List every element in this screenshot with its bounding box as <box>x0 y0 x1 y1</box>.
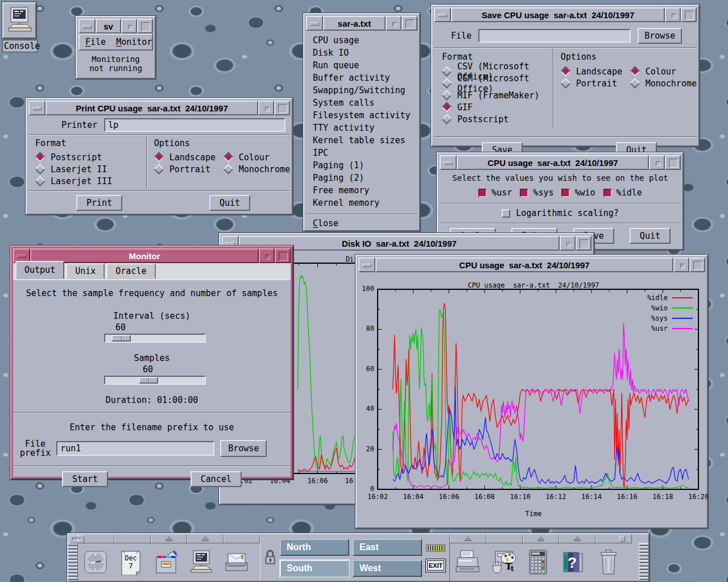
minimize-button[interactable] <box>665 7 681 22</box>
subpanel-tab-help[interactable] <box>559 534 595 543</box>
radio-option[interactable]: Portrait <box>561 77 628 89</box>
radio-option[interactable]: MIF (FrameMaker) <box>442 89 553 101</box>
radio-option[interactable]: Colour <box>630 65 697 77</box>
list-item[interactable]: Buffer activity <box>313 72 411 84</box>
value-checkbox[interactable]: %idle <box>603 188 642 198</box>
logarithmic-checkbox[interactable] <box>502 209 510 218</box>
style-manager-icon[interactable]: Tt <box>485 543 520 581</box>
window-menu-button[interactable] <box>306 16 323 31</box>
minimize-button[interactable] <box>673 257 689 272</box>
subpanel-tab-calculator[interactable] <box>523 534 559 543</box>
browse-button[interactable]: Browse <box>638 28 682 44</box>
workspace-button-north[interactable]: North <box>280 539 349 556</box>
list-item[interactable]: TTY activity <box>313 122 411 134</box>
minimize-button[interactable] <box>258 101 274 115</box>
subpanel-tab-printer[interactable] <box>450 534 486 543</box>
printer-input[interactable] <box>104 118 286 132</box>
print-button[interactable]: Print <box>76 195 122 211</box>
list-item[interactable]: Free memory <box>313 184 411 197</box>
list-item[interactable]: Swapping/Switching <box>313 84 411 97</box>
subpanel-tab-terminal[interactable] <box>187 534 224 543</box>
radio-option[interactable]: Colour <box>224 151 290 163</box>
mail-icon[interactable] <box>219 543 254 581</box>
printer-icon[interactable] <box>450 543 485 581</box>
list-item[interactable]: CPU usage <box>313 34 411 47</box>
trash-icon[interactable] <box>591 543 626 581</box>
radio-option[interactable]: CGM (Microsoft Office) <box>442 77 553 89</box>
radio-option[interactable]: Monochrome <box>224 163 290 175</box>
list-item[interactable]: Kernel memory <box>313 197 411 209</box>
file-menu[interactable]: File <box>85 37 106 47</box>
window-menu-button[interactable] <box>78 19 96 34</box>
list-item[interactable]: System calls <box>313 97 411 109</box>
tab-output[interactable]: Output <box>15 261 64 279</box>
subpanel-tab-file-manager[interactable] <box>151 534 187 543</box>
radio-option[interactable]: Landscape <box>154 151 221 163</box>
list-item[interactable]: Paging (1) <box>313 159 411 172</box>
tab-oracle[interactable]: Oracle <box>106 263 155 279</box>
list-item[interactable]: Filesystem activity <box>313 109 411 122</box>
calendar-icon[interactable]: Dec7 <box>113 543 148 581</box>
tab-unix[interactable]: Unix <box>66 263 105 279</box>
list-item[interactable]: Disk IO <box>313 47 411 59</box>
maximize-button[interactable] <box>681 7 697 22</box>
cancel-button[interactable]: Cancel <box>191 471 242 487</box>
window-menu-button[interactable] <box>358 257 375 272</box>
value-checkbox[interactable]: %usr <box>478 188 512 198</box>
radio-option[interactable]: Landscape <box>561 65 628 77</box>
maximize-button[interactable] <box>689 257 705 272</box>
radio-option[interactable]: Postscript <box>442 113 553 125</box>
radio-option[interactable]: Portrait <box>154 163 221 175</box>
console-desktop-icon[interactable]: Console <box>2 2 38 52</box>
quit-button[interactable]: Quit <box>209 195 250 211</box>
monitor-menu[interactable]: Monitor <box>116 37 152 47</box>
file-manager-icon[interactable] <box>148 543 184 581</box>
radio-option[interactable]: Laserjet II <box>35 163 146 175</box>
quit-button[interactable]: Quit <box>630 228 671 244</box>
panel-handle-right[interactable] <box>639 543 648 581</box>
workspace-button-south[interactable]: South <box>280 560 349 577</box>
maximize-button[interactable] <box>576 236 592 251</box>
minimize-button[interactable] <box>386 16 402 31</box>
maximize-button[interactable] <box>665 155 681 170</box>
panel-handle-left[interactable] <box>68 543 78 581</box>
slider-thumb[interactable] <box>139 377 158 384</box>
radio-option[interactable]: Postscript <box>35 151 146 163</box>
maximize-button[interactable] <box>137 19 153 34</box>
panel-dot-button[interactable] <box>619 536 625 542</box>
radio-option[interactable]: Monochrome <box>630 77 697 89</box>
minimize-button[interactable] <box>649 155 665 170</box>
radio-option[interactable]: Laserjet III <box>35 175 146 187</box>
start-button[interactable]: Start <box>62 471 108 487</box>
maximize-button[interactable] <box>274 101 290 115</box>
list-item[interactable]: IPC <box>313 147 411 159</box>
help-icon[interactable]: ? <box>556 543 591 581</box>
calculator-icon[interactable] <box>520 543 556 581</box>
workspace-button-east[interactable]: East <box>353 539 422 556</box>
list-item[interactable]: Kernel table sizes <box>313 134 411 147</box>
lock-icon[interactable] <box>264 549 276 566</box>
value-checkbox[interactable]: %sys <box>520 188 553 198</box>
interval-slider[interactable] <box>104 334 206 343</box>
list-item[interactable]: Run queue <box>313 59 411 72</box>
file-prefix-input[interactable] <box>56 441 214 456</box>
minimize-button[interactable] <box>259 248 275 263</box>
minimize-button[interactable] <box>121 19 137 34</box>
slider-thumb[interactable] <box>111 335 131 342</box>
samples-slider[interactable] <box>104 376 206 385</box>
window-menu-button[interactable] <box>28 101 46 115</box>
minimize-button[interactable] <box>560 236 576 251</box>
maximize-button[interactable] <box>402 16 417 31</box>
workspace-button-west[interactable]: West <box>353 560 422 577</box>
browse-button[interactable]: Browse <box>220 440 267 457</box>
list-item[interactable]: Paging (2) <box>313 172 411 184</box>
maximize-button[interactable] <box>275 248 291 263</box>
radio-option[interactable]: GIF <box>442 101 553 113</box>
value-checkbox[interactable]: %wio <box>561 188 595 198</box>
terminal-icon[interactable] <box>184 543 219 581</box>
clock-icon[interactable] <box>78 543 113 581</box>
window-menu-button[interactable] <box>434 7 451 22</box>
file-input[interactable] <box>478 29 631 43</box>
close-button[interactable]: Close <box>306 218 417 228</box>
window-menu-button[interactable] <box>440 155 457 170</box>
